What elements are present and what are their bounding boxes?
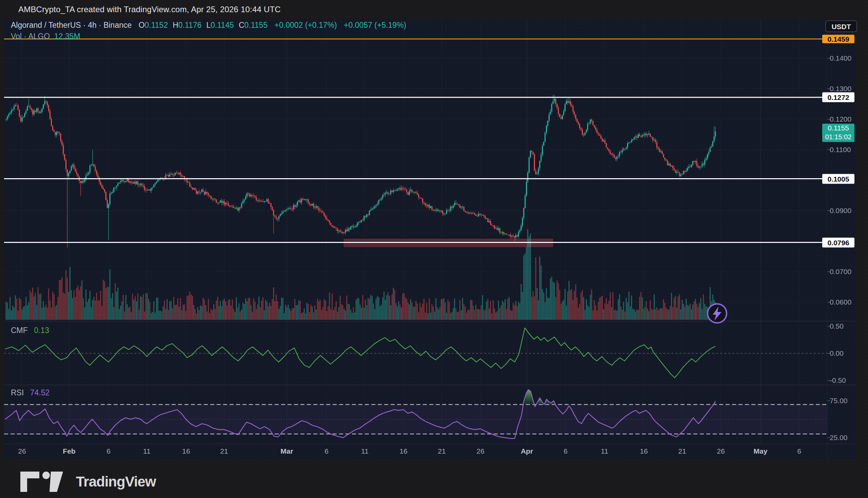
time-axis-day: 26 bbox=[717, 447, 725, 455]
price-axis-label: 0.1100 bbox=[830, 146, 851, 154]
time-axis-day: 21 bbox=[438, 447, 446, 455]
currency-toggle-button[interactable]: USDT bbox=[825, 20, 857, 32]
volume-legend[interactable]: Vol · ALGO 12.35M bbox=[11, 32, 80, 41]
price-axis-label: 0.0900 bbox=[830, 207, 851, 215]
cmf-value: 0.13 bbox=[34, 326, 49, 335]
time-axis-day: 6 bbox=[563, 447, 567, 455]
ohlc-c-label: C bbox=[239, 21, 244, 29]
time-axis-month: Mar bbox=[280, 447, 293, 455]
ohlc-h-label: H bbox=[173, 21, 178, 29]
level-price-badge[interactable]: 0.0796 bbox=[822, 238, 854, 248]
current-price-value: 0.1155 bbox=[822, 124, 854, 132]
time-axis-day: 11 bbox=[361, 447, 369, 455]
tradingview-logo-text: TradingView bbox=[76, 474, 156, 490]
cmf-axis-label: 0.50 bbox=[830, 322, 844, 330]
time-axis-day: 26 bbox=[18, 447, 26, 455]
change-total: +0.0057 (+5.19%) bbox=[344, 21, 406, 29]
time-axis-day: 16 bbox=[399, 447, 407, 455]
level-price-badge[interactable]: 0.1005 bbox=[822, 174, 854, 184]
time-axis-day: 21 bbox=[220, 447, 228, 455]
cmf-axis-label: 0.00 bbox=[830, 349, 844, 357]
volume-value: 12.35M bbox=[54, 32, 80, 41]
symbol-title: Algorand / TetherUS · 4h · Binance bbox=[11, 21, 131, 29]
level-price-badge[interactable]: 0.1272 bbox=[822, 92, 854, 102]
cmf-legend[interactable]: CMF 0.13 bbox=[11, 326, 49, 335]
bar-countdown: 01:15:02 bbox=[822, 132, 854, 141]
time-axis-day: 11 bbox=[601, 447, 608, 455]
time-axis-day: 26 bbox=[476, 447, 484, 455]
tradingview-logo[interactable]: TradingView bbox=[20, 471, 156, 493]
ohlc-c-value: 0.1155 bbox=[244, 21, 268, 29]
time-axis-day: 21 bbox=[678, 447, 686, 455]
rsi-axis-label: 75.00 bbox=[830, 397, 848, 405]
time-axis-day: 6 bbox=[106, 447, 111, 455]
ohlc-l-value: 0.1145 bbox=[210, 21, 234, 29]
price-axis-label: 0.0600 bbox=[830, 298, 851, 306]
time-axis-day: 6 bbox=[797, 447, 801, 455]
tradingview-snapshot: AMBCrypto_TA created with TradingView.co… bbox=[0, 0, 868, 498]
rsi-legend[interactable]: RSI 74.52 bbox=[11, 388, 50, 397]
time-axis-day: 16 bbox=[182, 447, 190, 455]
flash-publish-button[interactable] bbox=[707, 303, 727, 324]
time-axis-month: Feb bbox=[63, 447, 75, 455]
time-axis-month: Apr bbox=[521, 447, 533, 455]
price-axis-label: 0.1200 bbox=[830, 115, 851, 123]
time-axis-day: 16 bbox=[640, 447, 648, 455]
volume-label: Vol · ALGO bbox=[11, 32, 50, 41]
rsi-label: RSI bbox=[11, 388, 24, 397]
ohlc-o-value: 0.1152 bbox=[145, 21, 168, 29]
time-axis-month: May bbox=[754, 447, 768, 455]
rsi-value: 74.52 bbox=[30, 388, 50, 397]
attribution-text: AMBCrypto_TA created with TradingView.co… bbox=[18, 5, 281, 14]
time-axis-day: 11 bbox=[143, 447, 151, 455]
cmf-axis-label: -0.50 bbox=[830, 376, 846, 384]
lightning-icon bbox=[708, 304, 726, 322]
change-abs: +0.0002 (+0.17%) bbox=[275, 21, 337, 29]
ohlc-h-value: 0.1176 bbox=[178, 21, 202, 29]
tradingview-glyph-icon bbox=[20, 471, 71, 493]
price-axis-label: 0.1300 bbox=[830, 85, 851, 93]
ohlc-l-label: L bbox=[206, 21, 210, 29]
price-axis-label: 0.0700 bbox=[830, 267, 851, 276]
ohlc-o-label: O bbox=[139, 21, 145, 29]
symbol-legend[interactable]: Algorand / TetherUS · 4h · Binance O0.11… bbox=[11, 21, 406, 30]
time-axis-day: 6 bbox=[324, 447, 329, 455]
price-axis-label: 0.1400 bbox=[830, 54, 851, 62]
current-price-badge[interactable]: 0.115501:15:02 bbox=[822, 124, 854, 142]
chart-plot bbox=[0, 0, 868, 498]
rsi-axis-label: 25.00 bbox=[830, 434, 848, 442]
price-alert-badge[interactable]: 0.1459 bbox=[822, 35, 854, 43]
cmf-label: CMF bbox=[11, 326, 28, 335]
